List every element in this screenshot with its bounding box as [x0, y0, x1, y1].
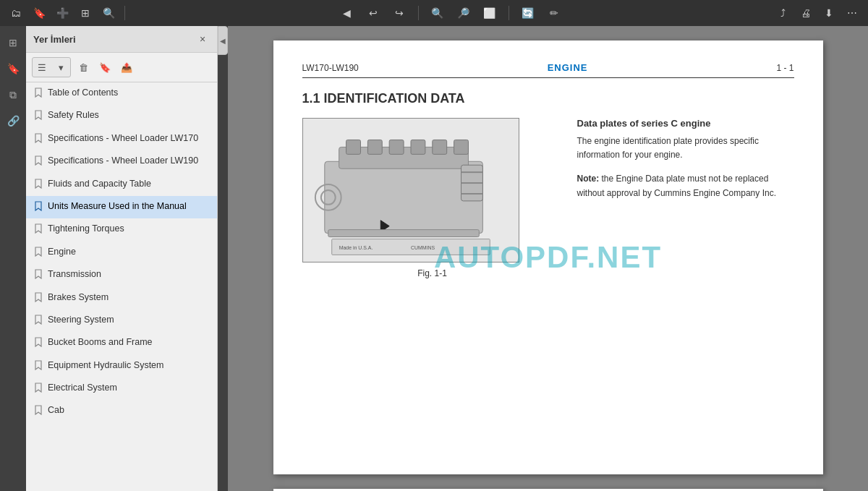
toolbar-btn-print[interactable]: 🖨 — [796, 3, 816, 23]
svg-rect-3 — [346, 140, 360, 154]
bookmark-icon-specs-lw170 — [35, 133, 42, 146]
toolbar-btn-download[interactable]: ⬇ — [819, 3, 839, 23]
bookmark-icon-safety-rules — [35, 110, 42, 123]
toolbar-btn-fit[interactable]: ⬜ — [480, 3, 500, 23]
sidebar-close-button[interactable]: × — [195, 32, 210, 46]
sidebar-title: Yer İmleri — [33, 34, 76, 45]
sidebar-tool-dropdown[interactable]: ▾ — [51, 58, 70, 77]
sidebar-tools: ☰ ▾ 🗑 🔖 📤 — [26, 53, 217, 82]
separator-1 — [124, 6, 125, 20]
toolbar-btn-tools[interactable]: ✏ — [544, 3, 564, 23]
sidebar-item-label-safety-rules: Safety Rules — [48, 109, 99, 122]
toolbar-btn-prev[interactable]: ◀ — [337, 3, 357, 23]
svg-rect-14 — [328, 230, 479, 237]
sidebar: Yer İmleri × ☰ ▾ 🗑 🔖 📤 Table of Contents — [26, 26, 218, 491]
left-icon-link[interactable]: 🔗 — [2, 110, 24, 132]
sidebar-item-label-tightening-torques: Tightening Torques — [48, 223, 124, 236]
sidebar-tool-list[interactable]: ☰ — [33, 58, 51, 77]
toolbar-btn-nav1[interactable]: ↩ — [363, 3, 383, 23]
sidebar-tool-add[interactable]: 🔖 — [95, 58, 114, 77]
sidebar-item-label-table-of-contents: Table of Contents — [48, 87, 118, 100]
toolbar-btn-bookmark[interactable]: 🔖 — [29, 3, 49, 23]
document-page-1: LW170-LW190 ENGINE 1 - 1 1.1 IDENTIFICAT… — [273, 40, 823, 474]
toolbar-btn-nav2[interactable]: ↪ — [389, 3, 409, 23]
fig-caption: Fig. 1-1 — [302, 268, 563, 278]
sidebar-item-steering-system[interactable]: Steering System — [26, 309, 217, 332]
document-area[interactable]: LW170-LW190 ENGINE 1 - 1 1.1 IDENTIFICAT… — [228, 26, 868, 491]
page-header-section: ENGINE — [548, 62, 588, 73]
toolbar-btn-zoom-in[interactable]: 🔎 — [454, 3, 474, 23]
bookmark-icon-cab — [35, 405, 42, 418]
collapse-handle[interactable]: ◀ — [218, 26, 228, 55]
bookmark-icon-units-measure — [35, 201, 42, 214]
page-content: Made in U.S.A. CUMMINS Fig. 1-1 Data pla… — [302, 118, 794, 278]
sidebar-item-label-fluids-capacity: Fluids and Capacity Table — [48, 178, 151, 191]
toolbar-btn-zoom-out[interactable]: 🔍 — [427, 3, 448, 23]
svg-rect-6 — [411, 140, 425, 154]
svg-rect-5 — [389, 140, 404, 154]
sidebar-item-safety-rules[interactable]: Safety Rules — [26, 105, 217, 127]
bookmark-icon-brakes-system — [35, 292, 42, 305]
data-plate-description: The engine identification plate provides… — [577, 135, 794, 162]
page-left: Made in U.S.A. CUMMINS Fig. 1-1 — [302, 118, 563, 278]
toolbar-btn-plus[interactable]: ➕ — [52, 3, 72, 23]
data-plate-title: Data plates of series C engine — [577, 118, 794, 129]
sidebar-item-table-of-contents[interactable]: Table of Contents — [26, 82, 217, 105]
sidebar-item-equipment-hydraulic[interactable]: Equipment Hydraulic System — [26, 355, 217, 377]
sidebar-item-engine[interactable]: Engine — [26, 242, 217, 264]
sidebar-item-brakes-system[interactable]: Brakes System — [26, 287, 217, 309]
bookmark-icon-fluids-capacity — [35, 179, 42, 192]
sidebar-item-label-specs-lw170: Specifications - Wheel Loader LW170 — [48, 132, 198, 145]
sidebar-tool-group: ☰ ▾ — [32, 57, 71, 77]
bookmark-icon-specs-lw190 — [35, 155, 42, 168]
engine-image: Made in U.S.A. CUMMINS — [302, 118, 519, 262]
sidebar-items: Table of Contents Safety Rules Specifica… — [26, 82, 217, 491]
bookmark-icon-tightening-torques — [35, 223, 42, 236]
left-icon-bookmark[interactable]: 🔖 — [2, 58, 24, 80]
bookmark-icon-engine — [35, 247, 42, 260]
sidebar-item-specs-lw190[interactable]: Specifications - Wheel Loader LW190 — [26, 150, 217, 173]
sidebar-item-label-electrical-system: Electrical System — [48, 382, 117, 395]
sidebar-item-label-units-measure: Units Measure Used in the Manual — [48, 200, 187, 213]
engine-drawing: Made in U.S.A. CUMMINS — [303, 118, 519, 262]
sidebar-tool-export[interactable]: 📤 — [117, 58, 136, 77]
sidebar-tool-delete[interactable]: 🗑 — [74, 58, 93, 77]
bookmark-icon-table-of-contents — [35, 87, 42, 101]
svg-rect-1 — [324, 161, 482, 233]
sidebar-item-label-steering-system: Steering System — [48, 314, 114, 327]
sidebar-header: Yer İmleri × — [26, 26, 217, 53]
svg-text:Made in U.S.A.: Made in U.S.A. — [339, 245, 373, 250]
left-icon-layers[interactable]: ⧉ — [2, 84, 24, 106]
sidebar-item-fluids-capacity[interactable]: Fluids and Capacity Table — [26, 174, 217, 196]
bookmark-icon-steering-system — [35, 315, 42, 328]
toolbar-right: ⤴ 🖨 ⬇ ⋯ — [773, 3, 862, 23]
left-icon-strip: ⊞ 🔖 ⧉ 🔗 — [0, 26, 26, 491]
note-content: the Engine Data plate must not be replac… — [577, 174, 776, 197]
sidebar-item-bucket-booms[interactable]: Bucket Booms and Frame — [26, 332, 217, 354]
left-icon-home[interactable]: ⊞ — [2, 32, 24, 54]
sidebar-item-cab[interactable]: Cab — [26, 400, 217, 422]
toolbar-btn-open[interactable]: 🗂 — [6, 3, 26, 23]
sidebar-item-units-measure[interactable]: Units Measure Used in the Manual — [26, 196, 217, 218]
note-label: Note: — [577, 174, 600, 184]
sidebar-item-transmission[interactable]: Transmission — [26, 264, 217, 286]
svg-text:CUMMINS: CUMMINS — [411, 245, 435, 250]
bookmark-icon-equipment-hydraulic — [35, 360, 42, 373]
page-header: LW170-LW190 ENGINE 1 - 1 — [302, 62, 794, 78]
toolbar-btn-share[interactable]: ⤴ — [773, 3, 793, 23]
page-right: Data plates of series C engine The engin… — [577, 118, 794, 278]
sidebar-item-label-specs-lw190: Specifications - Wheel Loader LW190 — [48, 155, 198, 168]
toolbar-btn-more[interactable]: ⋯ — [842, 3, 862, 23]
toolbar-btn-search[interactable]: 🔍 — [98, 3, 119, 23]
note-text: Note: the Engine Data plate must not be … — [577, 172, 794, 200]
sidebar-item-label-equipment-hydraulic: Equipment Hydraulic System — [48, 359, 163, 372]
sidebar-item-tightening-torques[interactable]: Tightening Torques — [26, 218, 217, 241]
toolbar-btn-rotate[interactable]: 🔄 — [518, 3, 538, 23]
sidebar-item-electrical-system[interactable]: Electrical System — [26, 377, 217, 400]
sidebar-item-label-bucket-booms: Bucket Booms and Frame — [48, 336, 153, 349]
separator-3 — [509, 6, 509, 20]
sidebar-item-specs-lw170[interactable]: Specifications - Wheel Loader LW170 — [26, 128, 217, 150]
toolbar-btn-grid[interactable]: ⊞ — [75, 3, 95, 23]
toolbar: 🗂 🔖 ➕ ⊞ 🔍 ◀ ↩ ↪ 🔍 🔎 ⬜ 🔄 ✏ ⤴ 🖨 ⬇ ⋯ — [0, 0, 868, 26]
svg-rect-7 — [432, 140, 446, 154]
